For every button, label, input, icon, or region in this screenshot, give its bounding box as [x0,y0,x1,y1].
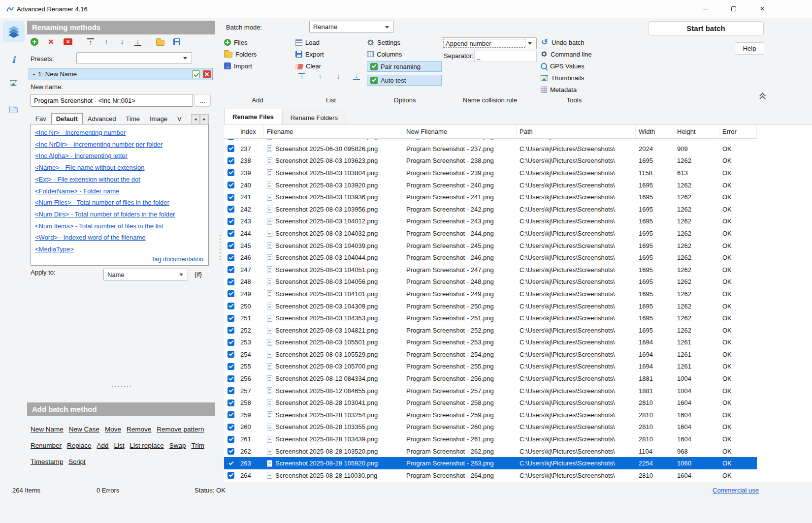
move-method-bottom-icon[interactable] [134,38,141,46]
column-header-filename[interactable]: Filename [264,125,403,138]
sidebar-item-folders[interactable] [0,105,27,113]
table-row[interactable]: 238 Screenshot 2025-08-03 103623.png Pro… [224,155,757,167]
add-method-link[interactable]: Swap [169,437,186,454]
row-checkbox[interactable] [227,424,234,431]
table-row[interactable]: 239 Screenshot 2025-08-03 103804.png Pro… [224,167,757,179]
method-delete-icon[interactable] [203,70,211,78]
sidebar-item-renaming-methods[interactable] [3,21,25,42]
add-method-link[interactable]: New Case [69,421,99,437]
tab-scroll-left-icon[interactable]: ◄ [191,114,200,124]
save-preset-icon[interactable] [173,38,180,45]
move-file-down-icon[interactable] [335,73,342,81]
add-method-link[interactable]: Trim [191,437,204,454]
add-method-link[interactable]: Script [68,454,86,470]
separator-input[interactable] [474,51,537,62]
pair-renaming-toggle[interactable]: Pair renaming [367,61,442,72]
row-checkbox[interactable] [227,278,234,285]
tag-category-tab[interactable]: Fav [31,113,51,124]
table-row[interactable]: 250 Screenshot 2025-08-03 104309.png Pro… [224,300,757,312]
thumbnails-button[interactable]: Thumbnails [541,74,592,82]
collapse-toolbar-icon[interactable] [759,92,766,100]
add-method-link[interactable]: Replace [67,437,92,454]
move-method-up-icon[interactable] [103,38,110,46]
table-row[interactable]: 257 Screenshot 2025-08-12 084655.png Pro… [224,385,757,397]
tag-link[interactable]: <FolderName> - Folder name [35,185,204,197]
table-row[interactable]: 259 Screenshot 2025-08-28 103254.png Pro… [224,409,757,421]
sidebar-item-images[interactable] [0,80,27,86]
table-row[interactable]: 255 Screenshot 2025-08-03 105700.png Pro… [224,361,757,373]
row-checkbox[interactable] [227,206,234,213]
load-list-button[interactable]: Load [295,38,324,46]
remove-method-icon[interactable] [47,38,55,46]
tag-link[interactable]: <Word> - Indexed word of the filename [35,232,204,244]
new-name-input[interactable] [31,94,193,107]
undo-batch-button[interactable]: Undo batch [541,38,592,46]
table-row[interactable]: 253 Screenshot 2025-08-03 105501.png Pro… [224,337,757,349]
table-row[interactable]: 263 Screenshot 2025-08-28 105920.png Pro… [224,457,757,469]
add-folders-button[interactable]: Folders [224,50,257,58]
table-row[interactable]: 247 Screenshot 2025-08-03 104051.png Pro… [224,264,757,276]
row-checkbox[interactable] [227,448,234,455]
row-checkbox[interactable] [227,230,234,237]
table-row[interactable]: 236 Screenshot 2025-06-30 093009.png Pro… [224,139,757,143]
tag-category-tab[interactable]: Advanced [83,113,121,124]
row-checkbox[interactable] [227,472,234,479]
table-row[interactable]: 264 Screenshot 2025-08-28 110030.png Pro… [224,469,757,482]
panel-resize-handle[interactable] [112,386,131,387]
table-row[interactable]: 246 Screenshot 2025-08-03 104044.png Pro… [224,251,757,264]
presets-dropdown[interactable] [76,52,192,64]
gps-values-button[interactable]: GPS Values [541,62,592,70]
browse-pattern-button[interactable]: ... [195,94,211,107]
name-collision-dropdown[interactable]: Append number [442,37,537,49]
header-checkbox-column[interactable] [224,125,237,138]
table-row[interactable]: 249 Screenshot 2025-08-03 104101.png Pro… [224,288,757,300]
file-list-tab[interactable]: Rename Files [224,109,282,124]
row-checkbox[interactable] [227,315,234,322]
row-checkbox[interactable] [227,242,234,249]
add-method-link[interactable]: Renumber [31,437,62,454]
tag-link[interactable]: <Num Items> - Total number of files in t… [35,220,204,232]
row-checkbox[interactable] [227,436,234,443]
row-checkbox[interactable] [227,411,234,418]
add-files-button[interactable]: Files [224,38,257,46]
maximize-button[interactable] [719,0,748,18]
tag-link[interactable]: <Num Dirs> - Total number of folders in … [35,209,204,220]
columns-button[interactable]: Columns [367,50,442,58]
add-method-link[interactable]: List [114,437,125,454]
column-header-height[interactable]: Height [674,125,719,138]
row-checkbox[interactable] [227,194,234,201]
tag-link[interactable]: <MediaType> [35,244,204,255]
method-enabled-checkbox[interactable] [192,70,200,78]
export-list-button[interactable]: Export [295,50,324,58]
row-checkbox[interactable] [227,387,234,394]
table-row[interactable]: 237 Screenshot 2025-06-30 095826.png Pro… [224,143,757,155]
command-line-button[interactable]: Command line [541,50,592,58]
row-checkbox[interactable] [227,290,234,297]
move-method-top-icon[interactable] [87,38,94,46]
row-checkbox[interactable] [227,218,234,225]
tab-scroll-right-icon[interactable]: ► [200,114,209,124]
start-batch-button[interactable]: Start batch [648,21,764,35]
commercial-use-link[interactable]: Commercial use [713,487,759,494]
tag-link[interactable]: <Inc NrDir> - Incrementing number per fo… [35,139,204,151]
remove-all-methods-icon[interactable] [64,38,72,45]
move-file-up-icon[interactable] [317,73,324,81]
column-header-error[interactable]: Error [719,125,757,138]
add-method-link[interactable]: List replace [130,437,164,454]
column-header-path[interactable]: Path [517,125,636,138]
table-row[interactable]: 241 Screenshot 2025-08-03 103936.png Pro… [224,191,757,203]
add-method-link[interactable]: New Name [31,421,64,437]
tag-category-tab[interactable]: Time [121,113,145,124]
row-checkbox[interactable] [227,303,234,309]
minimize-button[interactable] [691,0,719,18]
move-method-down-icon[interactable] [119,38,126,46]
sidebar-item-info[interactable] [0,56,27,64]
table-row[interactable]: 256 Screenshot 2025-08-12 084334.png Pro… [224,372,757,385]
row-checkbox[interactable] [227,145,234,152]
tag-category-tab[interactable]: V [172,113,187,124]
add-method-icon[interactable] [31,38,38,46]
row-checkbox[interactable] [227,157,234,164]
row-checkbox[interactable] [227,375,234,382]
move-file-bottom-icon[interactable] [353,73,360,80]
row-checkbox[interactable] [227,363,234,370]
